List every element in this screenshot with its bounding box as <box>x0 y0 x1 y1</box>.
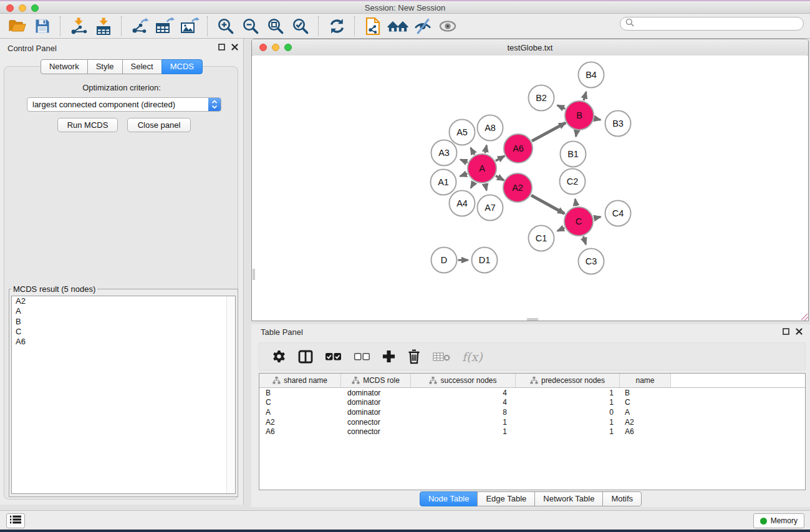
graph-node-A3[interactable]: A3 <box>432 140 457 166</box>
zoom-out-button[interactable] <box>238 16 263 37</box>
tab-network-table[interactable]: Network Table <box>534 491 603 506</box>
graph-node-A8[interactable]: A8 <box>478 115 503 141</box>
export-image-button[interactable] <box>177 16 202 37</box>
column-header-MCDS-role[interactable]: MCDS role <box>341 374 411 387</box>
svg-text:C2: C2 <box>567 177 579 186</box>
memory-button[interactable]: Memory <box>753 513 804 528</box>
run-mcds-button[interactable]: Run MCDS <box>57 118 118 132</box>
graph-node-D[interactable]: D <box>432 248 457 273</box>
graph-node-A2[interactable]: A2 <box>503 173 532 202</box>
graph-node-B2[interactable]: B2 <box>529 85 554 111</box>
tab-node-table[interactable]: Node Table <box>420 491 478 506</box>
graph-edge-C-C1 <box>557 228 564 231</box>
zoom-out-icon <box>242 17 259 35</box>
export-network-button[interactable] <box>127 16 152 37</box>
network-graph: B4B2BB3A8A5A6A3B1AC2A1A2A4A7C4CC1C3DD1 <box>253 56 809 321</box>
table-cell: A <box>259 408 341 417</box>
delete-row-button[interactable] <box>407 349 421 364</box>
optimization-criterion-dropdown[interactable]: largest connected component (directed) <box>27 97 221 112</box>
tab-style[interactable]: Style <box>87 59 123 74</box>
graph-node-C2[interactable]: C2 <box>560 169 586 195</box>
graph-node-A[interactable]: A <box>468 154 496 183</box>
task-history-button[interactable] <box>6 513 25 528</box>
settings-button[interactable] <box>272 349 286 364</box>
svg-text:D1: D1 <box>479 255 491 265</box>
graph-node-C4[interactable]: C4 <box>605 201 631 226</box>
table-cell: connector <box>341 418 411 427</box>
float-panel-icon[interactable] <box>218 44 225 51</box>
mcds-result-item[interactable]: B <box>12 317 235 327</box>
network-canvas[interactable]: B4B2BB3A8A5A6A3B1AC2A1A2A4A7C4CC1C3DD1 <box>253 56 808 320</box>
deselect-all-button[interactable] <box>354 352 370 361</box>
network-window-title-bar[interactable]: testGlobe.txt <box>252 39 808 56</box>
refresh-button[interactable] <box>324 16 349 37</box>
table-row[interactable]: Cdominator41C <box>259 398 805 408</box>
search-field[interactable] <box>620 17 804 31</box>
select-all-button[interactable] <box>325 352 342 361</box>
graph-node-C1[interactable]: C1 <box>529 226 554 251</box>
fx-button[interactable]: f(x) <box>462 350 483 364</box>
import-table-button[interactable] <box>91 16 116 37</box>
graph-node-A7[interactable]: A7 <box>478 195 503 221</box>
tab-motifs[interactable]: Motifs <box>602 491 642 506</box>
column-header-successor-nodes[interactable]: successor nodes <box>411 374 516 387</box>
graph-node-A5[interactable]: A5 <box>450 120 475 145</box>
graph-node-A6[interactable]: A6 <box>504 134 533 163</box>
mcds-result-item[interactable]: C <box>12 327 235 337</box>
mcds-result-item[interactable]: A <box>12 306 235 316</box>
svg-text:A4: A4 <box>456 198 468 208</box>
column-label: successor nodes <box>440 376 496 385</box>
table-row[interactable]: Bdominator41B <box>259 388 805 398</box>
graph-node-D1[interactable]: D1 <box>472 248 498 273</box>
add-row-button[interactable] <box>382 350 395 363</box>
show-eye-button[interactable] <box>435 16 460 37</box>
tab-network[interactable]: Network <box>41 59 88 74</box>
zoom-selected-button[interactable] <box>288 16 313 37</box>
mcds-result-item[interactable]: A2 <box>12 296 235 306</box>
close-panel-icon[interactable] <box>796 328 803 335</box>
save-session-button[interactable] <box>30 16 55 37</box>
column-header-name[interactable]: name <box>620 374 671 387</box>
export-image-icon <box>180 17 200 35</box>
export-table-button[interactable] <box>152 16 177 37</box>
open-session-button[interactable] <box>5 16 30 37</box>
delete-table-button[interactable] <box>433 352 450 362</box>
column-header-shared-name[interactable]: shared name <box>259 374 341 387</box>
svg-text:D: D <box>441 255 447 265</box>
graph-node-B1[interactable]: B1 <box>561 142 586 167</box>
graph-node-B3[interactable]: B3 <box>605 111 631 137</box>
tab-mcds[interactable]: MCDS <box>162 59 203 74</box>
canvas-hscroll-stub[interactable] <box>527 318 538 321</box>
tab-select[interactable]: Select <box>122 59 162 74</box>
float-panel-icon[interactable] <box>783 328 789 335</box>
graph-edge-A2-C <box>531 195 564 213</box>
hide-eye-button[interactable] <box>410 16 435 37</box>
network-document-button[interactable] <box>360 16 385 37</box>
table-cell: 1 <box>516 389 620 397</box>
graph-node-C[interactable]: C <box>564 207 593 236</box>
graph-node-B[interactable]: B <box>565 101 594 130</box>
table-row[interactable]: A6connector11A6 <box>259 427 805 437</box>
column-header-predecessor-nodes[interactable]: predecessor nodes <box>516 374 620 387</box>
home-button[interactable] <box>385 16 410 37</box>
mcds-result-list[interactable]: A2ABCA6 <box>11 296 236 494</box>
scrollbar-track[interactable] <box>226 296 235 493</box>
zoom-in-button[interactable] <box>213 16 238 37</box>
graph-node-B4[interactable]: B4 <box>579 62 604 88</box>
canvas-vscroll-stub[interactable] <box>253 269 255 280</box>
close-panel-button[interactable]: Close panel <box>127 118 191 132</box>
import-network-button[interactable] <box>66 16 91 37</box>
table-cell: connector <box>341 427 411 436</box>
graph-node-A1[interactable]: A1 <box>431 170 456 195</box>
table-row[interactable]: Adominator80A <box>259 407 805 417</box>
resize-grip-icon[interactable] <box>801 314 808 321</box>
split-view-button[interactable] <box>298 350 313 364</box>
close-panel-icon[interactable] <box>231 44 238 51</box>
tab-edge-table[interactable]: Edge Table <box>477 491 535 506</box>
table-row[interactable]: A2connector11A2 <box>259 417 805 427</box>
mcds-result-item[interactable]: A6 <box>12 337 235 347</box>
graph-node-A4[interactable]: A4 <box>450 191 475 216</box>
search-input[interactable] <box>637 18 803 29</box>
zoom-fit-button[interactable] <box>263 16 288 37</box>
graph-node-C3[interactable]: C3 <box>579 249 604 274</box>
